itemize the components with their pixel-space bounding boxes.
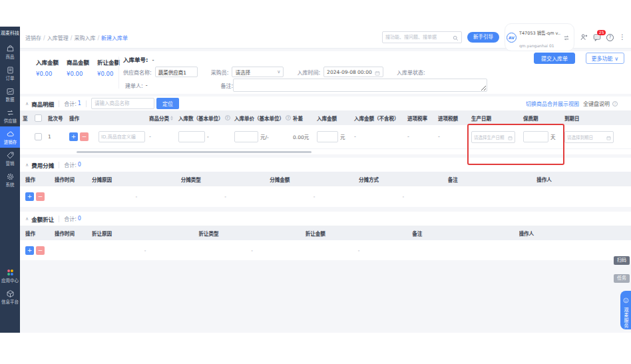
- message-count-badge: 25: [597, 30, 606, 35]
- amount-cell: 元: [316, 131, 353, 142]
- breadcrumb-item[interactable]: 入库管理: [47, 35, 69, 41]
- global-search: [382, 31, 462, 43]
- sidebar-item-info-platform[interactable]: 信息平台: [0, 286, 20, 307]
- user-account-chip[interactable]: AV T47053 销售-qm v... qm.yanganhai 01: [505, 23, 574, 51]
- buyer-select[interactable]: 请选择 ∨: [232, 67, 284, 77]
- sidebar-footer: 应用中心 信息平台: [0, 265, 20, 333]
- calendar-icon: [606, 131, 611, 143]
- row-checkbox[interactable]: [35, 133, 42, 140]
- inbound-time-picker[interactable]: 2024-09-08 00:00: [323, 67, 383, 77]
- delete-row-button[interactable]: −: [36, 192, 45, 201]
- service-tab[interactable]: 观麦服务: [620, 291, 631, 329]
- total-label: 合计:: [64, 215, 77, 222]
- global-search-input[interactable]: [385, 35, 453, 40]
- qty-unit: -: [207, 134, 209, 140]
- topbar: 进销存/入库管理/采购入库/新建入库单 新手引导 AV T47053 销售-qm…: [20, 27, 631, 49]
- stat-label: 入库金额: [36, 58, 59, 66]
- price-input[interactable]: [234, 131, 258, 142]
- breadcrumb-item[interactable]: 采购入库: [74, 35, 95, 41]
- sidebar-item-inventory[interactable]: 进销存: [0, 126, 20, 148]
- operation-cell: + −: [25, 192, 55, 201]
- more-actions-button[interactable]: 更多功能 ∨: [586, 53, 624, 64]
- sidebar-item-orders[interactable]: 订单: [0, 63, 20, 84]
- column-allocation-type: 分摊类型: [181, 176, 270, 183]
- delete-row-button[interactable]: −: [36, 246, 45, 255]
- discount-amount-cell: -: [306, 248, 412, 254]
- column-remark: 备注: [448, 176, 537, 183]
- collapse-icon[interactable]: ∧: [25, 216, 29, 222]
- cloud-icon: [6, 130, 15, 138]
- collapse-icon[interactable]: ∧: [25, 162, 29, 168]
- add-row-button[interactable]: +: [69, 132, 78, 141]
- calendar-icon: [375, 66, 380, 79]
- submit-inbound-button[interactable]: 提交入库单: [534, 53, 575, 64]
- task-button[interactable]: 任务: [614, 274, 630, 283]
- summary-stats: 入库金额 ¥0.00 商品金额 ¥0.00 折让金额 ¥0.00: [36, 58, 120, 77]
- add-row-button[interactable]: +: [25, 192, 34, 201]
- production-date-picker[interactable]: 请选择生产日期: [471, 131, 515, 143]
- supplier-input[interactable]: [155, 67, 198, 77]
- keyboard-help[interactable]: 全键盘说明 ?: [583, 100, 618, 107]
- column-production-date: 生产日期: [470, 114, 522, 122]
- chevron-down-icon: ∨: [277, 69, 280, 75]
- sidebar-item-marketing[interactable]: 营销: [0, 148, 20, 169]
- divider: [86, 100, 87, 107]
- scan-code-button[interactable]: 扫码: [614, 256, 630, 265]
- sidebar-item-system[interactable]: 系统: [0, 169, 20, 190]
- more-menu-icon[interactable]: ⋮: [619, 34, 626, 41]
- help-icon[interactable]: ?: [606, 34, 614, 41]
- operation-cell: + −: [25, 246, 55, 255]
- info-icon[interactable]: ?: [225, 115, 230, 120]
- product-name-input[interactable]: [99, 131, 145, 142]
- allocation-type-cell: -: [181, 194, 270, 200]
- remark-input[interactable]: [233, 79, 487, 92]
- allocation-method-cell: -: [359, 194, 448, 200]
- add-row-button[interactable]: +: [25, 246, 34, 255]
- breadcrumb-item[interactable]: 进销存: [25, 35, 41, 41]
- category-cell: -: [148, 134, 177, 140]
- switch-view-link[interactable]: 切换商品合并展示视图: [526, 100, 579, 107]
- breadcrumb: 进销存/入库管理/采购入库/新建入库单: [25, 34, 128, 41]
- select-all-checkbox[interactable]: [35, 114, 42, 122]
- batch-no-cell: 1: [47, 134, 68, 140]
- column-remark: 备注: [412, 230, 519, 237]
- amount-input[interactable]: [317, 131, 338, 142]
- sidebar-item-supply-chain[interactable]: 供应链: [0, 105, 20, 126]
- collapse-icon[interactable]: ∧: [25, 101, 29, 106]
- qty-input[interactable]: [178, 131, 205, 142]
- app-window: 观麦科技 商品 订单 数据 供应链 进销存 营销 系统: [0, 27, 631, 333]
- user-account: qm.yanganhai 01: [519, 43, 554, 48]
- newbie-guide-button[interactable]: 新手引导: [467, 32, 499, 43]
- messages-icon[interactable]: 25: [593, 33, 601, 41]
- switch-account-icon[interactable]: [563, 31, 570, 44]
- sidebar-item-label: 系统: [6, 182, 15, 187]
- column-category-label: 商品分类: [149, 114, 169, 122]
- shelf-life-input[interactable]: [523, 131, 548, 142]
- row-select-cell: [33, 133, 47, 140]
- info-icon[interactable]: ?: [286, 115, 291, 120]
- due-date-picker[interactable]: 请选择到期日: [564, 131, 614, 143]
- buyer-select-value: 请选择: [235, 69, 250, 76]
- sort-icon[interactable]: [170, 116, 173, 120]
- user-info: T47053 销售-qm v... qm.yanganhai 01: [519, 25, 560, 50]
- discount-reason-cell: -: [92, 248, 198, 254]
- product-search-input[interactable]: [91, 98, 154, 109]
- invite-user-icon[interactable]: [580, 33, 588, 41]
- horizontal-scrollbar[interactable]: [77, 151, 312, 153]
- sidebar-item-goods[interactable]: 商品: [0, 41, 20, 63]
- search-icon[interactable]: [453, 31, 459, 44]
- delete-row-button[interactable]: −: [80, 132, 89, 141]
- sidebar-item-label: 信息平台: [1, 299, 19, 304]
- breadcrumb-separator: /: [97, 35, 99, 41]
- column-tax-amount: 进项税额: [437, 114, 470, 122]
- sidebar-item-data[interactable]: 数据: [0, 84, 20, 105]
- column-discount-reason: 折让原因: [92, 230, 198, 237]
- tax-amount-cell: -: [437, 134, 470, 140]
- sidebar-item-label: 营销: [6, 161, 15, 166]
- column-operation: 操作: [25, 230, 55, 237]
- column-price-label: 入库单价（基本单位）: [234, 114, 284, 122]
- sidebar-item-app-center[interactable]: 应用中心: [0, 265, 20, 286]
- column-amount-notax: 入库金额（不含税）: [353, 114, 406, 122]
- locate-button[interactable]: 定位: [156, 98, 179, 109]
- column-amount: 入库金额: [316, 114, 353, 122]
